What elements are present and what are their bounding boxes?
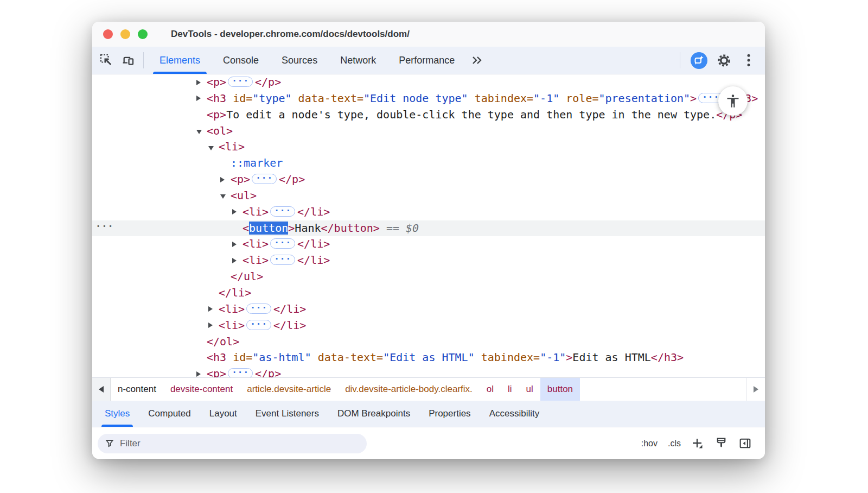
dom-tree-row[interactable]: <li>···</li>: [92, 318, 765, 334]
toggle-sidebar-button[interactable]: [738, 437, 752, 450]
inline-expand-icon[interactable]: ···: [228, 368, 253, 377]
dom-tree-row[interactable]: <li>: [92, 139, 765, 155]
ai-assistance-button[interactable]: [688, 50, 710, 70]
breadcrumb-item[interactable]: li: [501, 378, 519, 401]
breadcrumb-items: n-contentdevsite-contentarticle.devsite-…: [111, 378, 580, 401]
tab-network[interactable]: Network: [329, 47, 387, 74]
device-toolbar-button[interactable]: [117, 50, 139, 70]
collapse-arrow-icon[interactable]: [208, 146, 214, 150]
dom-tree-row[interactable]: <li>···</li>: [92, 252, 765, 269]
code-token-tag: <h3: [207, 351, 226, 364]
inline-expand-icon[interactable]: ···: [252, 174, 277, 184]
code-token-tag: >: [690, 92, 697, 105]
element-classes-button[interactable]: .cls: [668, 439, 681, 448]
breadcrumb-item[interactable]: button: [540, 378, 580, 401]
code-token-val: "Edit as HTML": [383, 351, 475, 364]
code-token-tag: <ul>: [231, 189, 257, 202]
breadcrumb-item[interactable]: n-content: [111, 378, 163, 401]
breadcrumb-scroll-left-button[interactable]: [92, 378, 111, 401]
sidebar-tab-layout[interactable]: Layout: [200, 401, 246, 427]
dom-tree-row[interactable]: </li>: [92, 285, 765, 301]
dom-tree-row[interactable]: <p>To edit a node's type, double-click t…: [92, 107, 765, 123]
code-token-attr: id=: [226, 92, 252, 105]
code-token-val: "presentation": [599, 92, 691, 105]
sidebar-tab-dom-breakpoints[interactable]: DOM Breakpoints: [328, 401, 419, 427]
dom-tree-row[interactable]: <ol>: [92, 123, 765, 140]
breadcrumb-item[interactable]: div.devsite-article-body.clearfix.: [338, 378, 480, 401]
code-token-attr: tabindex=: [475, 351, 540, 364]
breadcrumb-item[interactable]: devsite-content: [163, 378, 240, 401]
settings-button[interactable]: [713, 50, 735, 70]
dom-tree-row[interactable]: ::marker: [92, 155, 765, 172]
collapse-arrow-icon[interactable]: [196, 130, 202, 134]
sidebar-tab-accessibility[interactable]: Accessibility: [480, 401, 549, 427]
dom-tree-row[interactable]: <p>···</p>: [92, 366, 765, 377]
expand-arrow-icon[interactable]: [220, 177, 225, 182]
new-style-rule-button[interactable]: [691, 437, 704, 450]
dom-tree-row[interactable]: <li>···</li>: [92, 204, 765, 220]
tab-console[interactable]: Console: [212, 47, 270, 74]
rendering-emulation-button[interactable]: [714, 437, 728, 450]
main-toolbar: ElementsConsoleSourcesNetworkPerformance: [92, 47, 765, 74]
expand-arrow-icon[interactable]: [196, 371, 201, 377]
filter-input[interactable]: [119, 438, 359, 450]
title-bar: DevTools - developer.chrome.com/docs/dev…: [92, 22, 765, 47]
accessibility-overlay[interactable]: [718, 86, 748, 116]
dom-tree-row[interactable]: </ul>: [92, 269, 765, 285]
expand-arrow-icon[interactable]: [232, 209, 237, 214]
tab-elements[interactable]: Elements: [148, 47, 212, 74]
inline-expand-icon[interactable]: ···: [228, 77, 253, 87]
breadcrumb-scroll-right-button[interactable]: [746, 378, 765, 401]
zoom-button[interactable]: [138, 29, 148, 39]
filter-field[interactable]: [98, 434, 367, 453]
more-options-button[interactable]: [738, 50, 760, 70]
inline-expand-icon[interactable]: ···: [246, 320, 271, 330]
row-more-actions-icon[interactable]: ···: [95, 219, 114, 235]
breadcrumb-item[interactable]: article.devsite-article: [240, 378, 338, 401]
more-tabs-button[interactable]: [466, 50, 488, 70]
code-token-tag: </li>: [273, 302, 306, 315]
dom-tree-row[interactable]: <p>···</p>: [92, 74, 765, 91]
dom-tree-row[interactable]: <h3 id="as-html" data-text="Edit as HTML…: [92, 350, 765, 366]
dom-tree-row[interactable]: </ol>: [92, 334, 765, 350]
breadcrumb-item[interactable]: ol: [480, 378, 501, 401]
expand-arrow-icon[interactable]: [196, 96, 201, 101]
expand-arrow-icon[interactable]: [208, 306, 213, 312]
inline-expand-icon[interactable]: ···: [246, 304, 271, 314]
expand-arrow-icon[interactable]: [208, 323, 213, 328]
toolbar-divider: [143, 52, 144, 68]
chevron-left-icon: [99, 386, 104, 393]
code-token-tag: </li>: [297, 254, 330, 267]
collapse-arrow-icon[interactable]: [220, 194, 226, 199]
dom-tree-panel[interactable]: <p>···</p><h3 id="type" data-text="Edit …: [92, 74, 765, 377]
code-token-tag: </ol>: [207, 335, 239, 348]
code-token-tag: </li>: [273, 319, 306, 332]
tab-performance[interactable]: Performance: [387, 47, 466, 74]
dom-tree-row[interactable]: <ul>: [92, 188, 765, 204]
inline-expand-icon[interactable]: ···: [270, 255, 295, 265]
close-button[interactable]: [103, 29, 113, 39]
code-token-tag: <li>: [242, 237, 269, 250]
dom-tree-row[interactable]: <li>···</li>: [92, 236, 765, 252]
sidebar-tab-properties[interactable]: Properties: [419, 401, 480, 427]
inline-expand-icon[interactable]: ···: [270, 206, 295, 217]
dom-tree-row[interactable]: <li>···</li>: [92, 301, 765, 318]
code-token-sel: button: [249, 222, 288, 235]
code-token-tag: <h3: [207, 92, 226, 105]
sidebar-tab-styles[interactable]: Styles: [95, 401, 139, 427]
breadcrumb-item[interactable]: ul: [519, 378, 540, 401]
chevron-right-icon: [754, 386, 758, 393]
expand-arrow-icon[interactable]: [232, 242, 237, 247]
expand-arrow-icon[interactable]: [232, 258, 237, 263]
expand-arrow-icon[interactable]: [196, 80, 201, 85]
dom-tree-row[interactable]: <p>···</p>: [92, 172, 765, 188]
tab-sources[interactable]: Sources: [270, 47, 329, 74]
inline-expand-icon[interactable]: ···: [270, 238, 295, 249]
inspect-element-button[interactable]: [95, 50, 117, 70]
dom-tree-row[interactable]: ···<button>Hank</button> == $0: [92, 220, 765, 237]
dom-tree-row[interactable]: <h3 id="type" data-text="Edit node type"…: [92, 91, 765, 107]
toggle-element-state-button[interactable]: :hov: [641, 439, 658, 448]
minimize-button[interactable]: [120, 29, 130, 39]
sidebar-tab-event-listeners[interactable]: Event Listeners: [246, 401, 328, 427]
sidebar-tab-computed[interactable]: Computed: [139, 401, 200, 427]
